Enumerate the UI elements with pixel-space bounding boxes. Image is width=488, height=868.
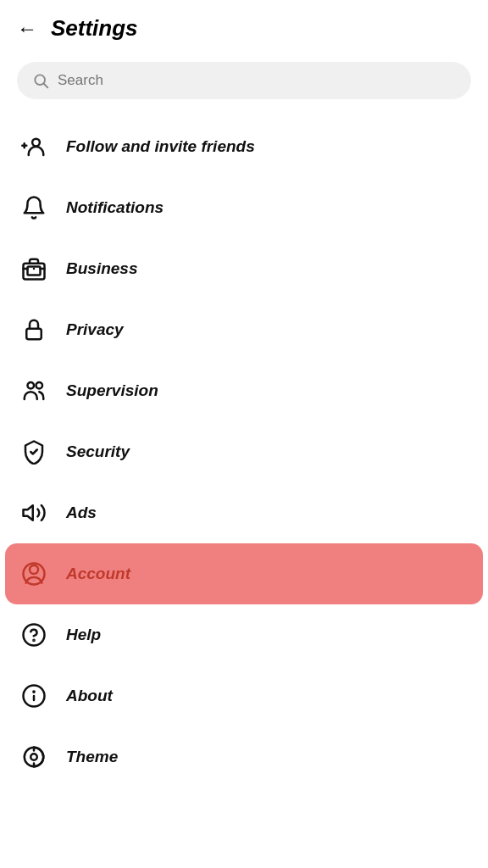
menu-item-notifications[interactable]: Notifications bbox=[5, 177, 483, 238]
menu-item-about-label: About bbox=[66, 687, 113, 705]
menu-item-supervision[interactable]: Supervision bbox=[5, 360, 483, 421]
supervision-icon bbox=[19, 376, 49, 406]
settings-menu: Follow and invite friends Notifications … bbox=[0, 116, 488, 787]
privacy-icon bbox=[19, 314, 49, 345]
account-icon bbox=[19, 559, 49, 589]
search-container bbox=[0, 53, 488, 116]
menu-item-follow[interactable]: Follow and invite friends bbox=[5, 116, 483, 177]
menu-item-ads-label: Ads bbox=[66, 504, 97, 522]
svg-point-9 bbox=[28, 382, 35, 389]
ads-icon bbox=[19, 498, 49, 528]
svg-point-18 bbox=[33, 691, 34, 692]
menu-item-security[interactable]: Security bbox=[5, 421, 483, 482]
about-icon bbox=[19, 681, 49, 711]
header: ← Settings bbox=[0, 0, 488, 53]
menu-item-ads[interactable]: Ads bbox=[5, 482, 483, 543]
svg-point-15 bbox=[33, 640, 34, 641]
menu-item-notifications-label: Notifications bbox=[66, 198, 164, 217]
back-button[interactable]: ← bbox=[17, 17, 37, 41]
svg-point-2 bbox=[32, 139, 40, 147]
svg-point-10 bbox=[36, 382, 43, 389]
svg-rect-8 bbox=[26, 329, 42, 340]
svg-marker-11 bbox=[24, 505, 33, 520]
svg-line-1 bbox=[44, 84, 48, 88]
menu-item-privacy-label: Privacy bbox=[66, 320, 124, 339]
notifications-icon bbox=[19, 192, 49, 223]
search-icon bbox=[32, 72, 49, 89]
svg-point-21 bbox=[30, 754, 37, 760]
help-icon bbox=[19, 620, 49, 650]
menu-item-business[interactable]: Business bbox=[5, 238, 483, 299]
menu-item-supervision-label: Supervision bbox=[66, 381, 158, 400]
svg-point-12 bbox=[30, 565, 38, 574]
menu-item-theme-label: Theme bbox=[66, 748, 118, 766]
search-input[interactable] bbox=[58, 72, 456, 89]
menu-item-theme[interactable]: Theme bbox=[5, 726, 483, 787]
menu-item-account-label: Account bbox=[66, 565, 130, 583]
menu-item-business-label: Business bbox=[66, 259, 137, 278]
menu-item-help-label: Help bbox=[66, 626, 101, 644]
search-bar[interactable] bbox=[17, 62, 471, 99]
security-icon bbox=[19, 437, 49, 467]
page-title: Settings bbox=[51, 15, 138, 42]
menu-item-privacy[interactable]: Privacy bbox=[5, 299, 483, 360]
menu-item-security-label: Security bbox=[66, 442, 130, 461]
menu-item-follow-label: Follow and invite friends bbox=[66, 137, 255, 156]
follow-icon bbox=[19, 131, 49, 162]
theme-icon bbox=[19, 742, 49, 772]
business-icon bbox=[19, 253, 49, 284]
menu-item-account[interactable]: Account bbox=[5, 543, 483, 604]
menu-item-about[interactable]: About bbox=[5, 665, 483, 726]
menu-item-help[interactable]: Help bbox=[5, 604, 483, 665]
